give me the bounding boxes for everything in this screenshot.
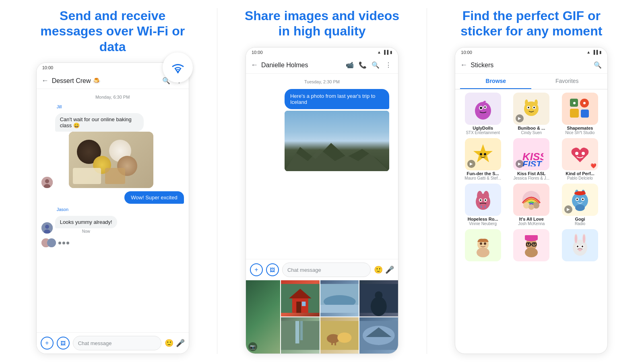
sticker-name-9: Gogi [575, 217, 585, 221]
svg-rect-24 [300, 321, 303, 340]
sticker-row4b[interactable] [509, 229, 554, 267]
sticker-shapemates[interactable]: Shapemates Nice Sh*t Studio [557, 93, 603, 135]
svg-point-53 [484, 153, 486, 155]
sent-row-1: Wow! Super excited [41, 191, 184, 204]
battery-3: ▮ [599, 50, 602, 54]
phone-call-icon[interactable]: 📞 [358, 60, 367, 70]
chat-input-bar-2: + 🖼 Chat message 🙂 🎤 [246, 259, 398, 280]
back-button-2[interactable]: ← [251, 61, 258, 69]
sticker-thumb-9: ▶ [562, 184, 598, 216]
svg-rect-48 [581, 110, 589, 118]
mic-icon-1[interactable]: 🎤 [176, 339, 185, 348]
tab-browse[interactable]: Browse [460, 74, 531, 89]
photo-grid: 📷 [246, 280, 398, 354]
sticker-name-11 [531, 262, 532, 267]
svg-point-57 [582, 152, 585, 155]
sticker-kind-perf[interactable]: ❤️ Kind of Perf... Pablo Delcielo [557, 138, 603, 180]
sticker-thumb-8 [513, 184, 549, 216]
menu-icon-2[interactable]: ⋮ [384, 60, 393, 70]
chat-input-bar-1: + 🖼 Chat message 🙂 🎤 [37, 332, 189, 354]
dot-2 [62, 242, 65, 244]
sticker-author-3: Nice Sh*t Studio [566, 130, 595, 135]
svg-point-2 [45, 179, 49, 183]
status-icons-3: ▲ ▐▐ ▮ [586, 50, 602, 54]
mic-icon-2[interactable]: 🎤 [385, 265, 394, 274]
chat-input-1[interactable]: Chat message [73, 336, 161, 350]
sticker-row4a[interactable] [460, 229, 506, 267]
status-time-3: 10:00 [461, 50, 472, 55]
typing-indicator [41, 238, 184, 247]
svg-point-74 [582, 199, 584, 200]
svg-point-49 [573, 102, 576, 104]
phone-3: 10:00 ▲ ▐▐ ▮ ← Stickers 🔍 Browse Favorit… [455, 47, 608, 354]
sticker-author-9: Radio [575, 221, 585, 226]
toolbar-2: ← Danielle Holmes 📹 📞 🔍 ⋮ [246, 57, 398, 74]
svg-point-100 [582, 246, 583, 247]
plus-button-1[interactable]: + [41, 337, 54, 350]
sticker-gogi[interactable]: ▶ Gogi Radio [557, 184, 603, 226]
svg-marker-51 [473, 144, 493, 162]
image-button-1[interactable]: 🖼 [57, 337, 70, 350]
toolbar-3: ← Stickers 🔍 [455, 57, 607, 74]
svg-rect-18 [320, 305, 359, 313]
back-button-3[interactable]: ← [460, 61, 467, 69]
wifi-status-3: ▲ [586, 50, 590, 54]
svg-point-43 [525, 99, 528, 106]
sticker-author-6: Pablo Delcielo [567, 176, 593, 180]
sticker-kiss-fist[interactable]: KISS FIST ▶ Kiss Fist ASL Jessica Flores… [509, 138, 554, 180]
video-call-icon[interactable]: 📹 [345, 60, 355, 70]
column-1: Send and receive messages over Wi-Fi or … [8, 0, 217, 362]
signal-bars-icon: ▐▐ [383, 50, 388, 54]
photo-cell-6 [320, 317, 359, 354]
sticker-thumb-1 [465, 93, 501, 125]
play-btn-9: ▶ [564, 205, 572, 213]
tab-favorites[interactable]: Favorites [531, 74, 603, 89]
sticker-funder[interactable]: ▶ Fun-der the S... Mauro Gatti & Stef... [460, 138, 506, 180]
photo-cell-4 [359, 280, 398, 316]
smiley-icon-2[interactable]: 🙂 [374, 265, 383, 274]
sticker-grid: UglyDolls STX Entertainment [455, 89, 607, 270]
smiley-icon-1[interactable]: 🙂 [165, 339, 173, 348]
sticker-thumb-7 [465, 184, 501, 216]
sticker-all-love[interactable]: It's All Love Josh McKenna [509, 184, 554, 226]
sticker-thumb-3 [562, 93, 598, 125]
svg-point-72 [576, 199, 578, 200]
msg-row-1: Can't wait for our online baking class 😄 [41, 113, 184, 188]
image-button-2[interactable]: 🖼 [266, 263, 279, 276]
landscape-photo [285, 111, 389, 171]
sticker-thumb-11 [513, 229, 549, 261]
play-btn-2: ▶ [516, 114, 524, 122]
svg-point-68 [528, 204, 534, 210]
sticker-uglydolls[interactable]: UglyDolls STX Entertainment [460, 93, 506, 135]
sticker-row4c[interactable] [557, 229, 603, 267]
chat-placeholder-2: Chat message [287, 267, 321, 273]
status-time-2: 10:00 [252, 50, 263, 55]
status-icons-2: ▲ ▐▐ ▮ [377, 50, 392, 54]
svg-rect-23 [295, 321, 299, 343]
sticker-name-6: Kind of Perf... [566, 171, 594, 176]
col3-heading: Find the perfect GIF or sticker for any … [447, 8, 616, 39]
search-icon-2[interactable]: 🔍 [371, 60, 380, 70]
sticker-buniboo[interactable]: ▶ Buniboo & ... Cindy Suen [509, 93, 554, 135]
photo-cell-2 [281, 280, 320, 316]
sticker-name-12 [580, 262, 581, 267]
msg-row-2: Looks yummy already! Now [41, 216, 184, 234]
sticker-name-4: Fun-der the S... [467, 171, 499, 176]
heart-badge: ❤️ [590, 163, 597, 169]
plus-button-2[interactable]: + [250, 263, 263, 276]
sticker-tabs: Browse Favorites [455, 74, 607, 89]
search-icon-3[interactable]: 🔍 [593, 60, 603, 70]
svg-point-78 [582, 191, 585, 193]
svg-point-96 [583, 234, 585, 243]
svg-rect-14 [296, 302, 301, 313]
sticker-thumb-6: ❤️ [562, 138, 598, 170]
svg-point-70 [575, 205, 585, 211]
dot-1 [58, 242, 61, 244]
svg-point-5 [45, 225, 49, 229]
back-button-1[interactable]: ← [41, 77, 49, 85]
sticker-hopeless[interactable]: Hopeless Ro... Vinnie Neuberg [460, 184, 506, 226]
status-bar-2: 10:00 ▲ ▐▐ ▮ [246, 48, 398, 57]
chat-input-2[interactable]: Chat message [282, 263, 371, 277]
svg-point-95 [575, 234, 577, 243]
column-2: Share images and videos in high quality … [217, 0, 426, 362]
